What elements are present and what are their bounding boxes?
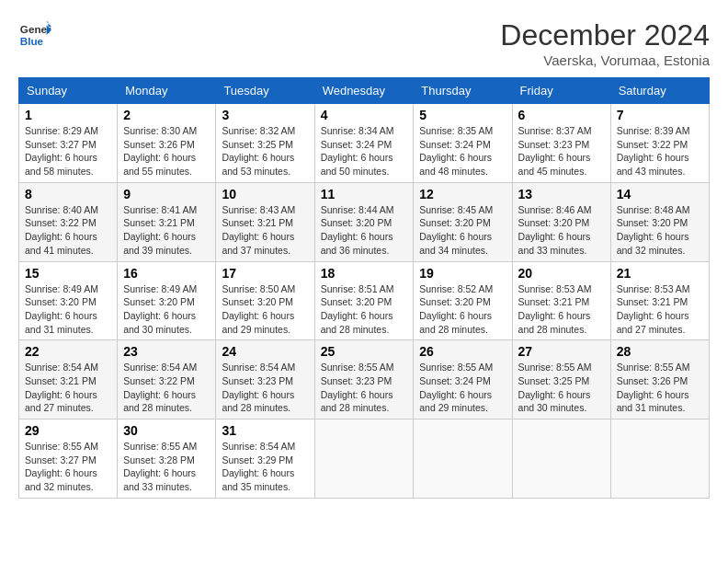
day-info: Sunrise: 8:55 AM Sunset: 3:24 PM Dayligh… [419,361,506,415]
calendar-cell: 27Sunrise: 8:55 AM Sunset: 3:25 PM Dayli… [512,340,610,419]
day-info: Sunrise: 8:40 AM Sunset: 3:22 PM Dayligh… [25,203,111,258]
day-info: Sunrise: 8:55 AM Sunset: 3:26 PM Dayligh… [617,361,703,415]
calendar-cell: 10Sunrise: 8:43 AM Sunset: 3:21 PM Dayli… [216,182,314,261]
calendar-cell: 26Sunrise: 8:55 AM Sunset: 3:24 PM Dayli… [414,340,512,419]
calendar-cell [314,419,414,499]
day-number: 10 [222,187,308,201]
day-number: 20 [518,266,605,281]
column-header-monday: Monday [118,78,216,104]
day-info: Sunrise: 8:52 AM Sunset: 3:20 PM Dayligh… [419,282,506,337]
calendar-cell: 9Sunrise: 8:41 AM Sunset: 3:21 PM Daylig… [118,182,216,261]
day-info: Sunrise: 8:54 AM Sunset: 3:22 PM Dayligh… [123,361,210,415]
day-number: 25 [321,344,408,359]
day-info: Sunrise: 8:39 AM Sunset: 3:22 PM Dayligh… [617,124,703,178]
calendar-cell [610,419,709,499]
calendar-cell: 19Sunrise: 8:52 AM Sunset: 3:20 PM Dayli… [414,261,512,340]
day-number: 28 [617,344,703,359]
day-number: 15 [25,266,111,281]
location-subtitle: Vaerska, Vorumaa, Estonia [500,52,710,68]
day-number: 18 [321,266,408,281]
day-info: Sunrise: 8:32 AM Sunset: 3:25 PM Dayligh… [222,124,308,178]
calendar-cell: 20Sunrise: 8:53 AM Sunset: 3:21 PM Dayli… [512,261,610,340]
day-number: 17 [222,266,308,281]
day-number: 30 [123,423,210,438]
calendar-cell: 13Sunrise: 8:46 AM Sunset: 3:20 PM Dayli… [512,182,610,261]
day-number: 23 [123,344,210,359]
calendar-cell: 23Sunrise: 8:54 AM Sunset: 3:22 PM Dayli… [118,340,216,419]
day-info: Sunrise: 8:49 AM Sunset: 3:20 PM Dayligh… [123,282,210,337]
calendar-cell [512,419,610,499]
day-number: 6 [518,108,605,122]
calendar-week-3: 15Sunrise: 8:49 AM Sunset: 3:20 PM Dayli… [19,261,710,340]
day-info: Sunrise: 8:35 AM Sunset: 3:24 PM Dayligh… [419,124,506,178]
day-info: Sunrise: 8:29 AM Sunset: 3:27 PM Dayligh… [25,124,111,178]
calendar-cell: 30Sunrise: 8:55 AM Sunset: 3:28 PM Dayli… [118,419,216,499]
day-info: Sunrise: 8:37 AM Sunset: 3:23 PM Dayligh… [518,124,605,178]
day-number: 24 [222,344,308,359]
calendar-cell: 25Sunrise: 8:55 AM Sunset: 3:23 PM Dayli… [314,340,414,419]
page-header: General Blue December 2024 Vaerska, Voru… [18,18,710,68]
day-info: Sunrise: 8:45 AM Sunset: 3:20 PM Dayligh… [419,203,506,258]
day-number: 19 [419,266,506,281]
column-header-thursday: Thursday [414,78,512,104]
calendar-cell: 15Sunrise: 8:49 AM Sunset: 3:20 PM Dayli… [19,261,118,340]
column-header-wednesday: Wednesday [314,78,414,104]
day-info: Sunrise: 8:55 AM Sunset: 3:23 PM Dayligh… [321,361,408,415]
day-info: Sunrise: 8:55 AM Sunset: 3:28 PM Dayligh… [123,440,210,494]
calendar-cell: 3Sunrise: 8:32 AM Sunset: 3:25 PM Daylig… [216,104,314,183]
calendar-cell: 28Sunrise: 8:55 AM Sunset: 3:26 PM Dayli… [610,340,709,419]
calendar-week-2: 8Sunrise: 8:40 AM Sunset: 3:22 PM Daylig… [19,182,710,261]
calendar-cell: 31Sunrise: 8:54 AM Sunset: 3:29 PM Dayli… [216,419,314,499]
day-info: Sunrise: 8:53 AM Sunset: 3:21 PM Dayligh… [617,282,703,337]
day-number: 4 [321,108,408,122]
day-number: 29 [25,423,111,438]
logo: General Blue [18,18,51,52]
day-info: Sunrise: 8:41 AM Sunset: 3:21 PM Dayligh… [123,203,210,258]
day-number: 8 [25,187,111,201]
day-info: Sunrise: 8:54 AM Sunset: 3:29 PM Dayligh… [222,440,308,494]
calendar-week-5: 29Sunrise: 8:55 AM Sunset: 3:27 PM Dayli… [19,419,710,499]
month-title: December 2024 [500,18,710,52]
calendar-week-4: 22Sunrise: 8:54 AM Sunset: 3:21 PM Dayli… [19,340,710,419]
day-number: 3 [222,108,308,122]
calendar-cell: 16Sunrise: 8:49 AM Sunset: 3:20 PM Dayli… [118,261,216,340]
calendar-cell: 22Sunrise: 8:54 AM Sunset: 3:21 PM Dayli… [19,340,118,419]
day-info: Sunrise: 8:49 AM Sunset: 3:20 PM Dayligh… [25,282,111,337]
day-number: 12 [419,187,506,201]
day-info: Sunrise: 8:54 AM Sunset: 3:23 PM Dayligh… [222,361,308,415]
calendar-table: SundayMondayTuesdayWednesdayThursdayFrid… [18,77,710,499]
calendar-cell: 5Sunrise: 8:35 AM Sunset: 3:24 PM Daylig… [414,104,512,183]
calendar-cell [414,419,512,499]
day-info: Sunrise: 8:55 AM Sunset: 3:25 PM Dayligh… [518,361,605,415]
calendar-cell: 2Sunrise: 8:30 AM Sunset: 3:26 PM Daylig… [118,104,216,183]
calendar-cell: 24Sunrise: 8:54 AM Sunset: 3:23 PM Dayli… [216,340,314,419]
title-block: December 2024 Vaerska, Vorumaa, Estonia [500,18,710,68]
day-info: Sunrise: 8:53 AM Sunset: 3:21 PM Dayligh… [518,282,605,337]
day-info: Sunrise: 8:51 AM Sunset: 3:20 PM Dayligh… [321,282,408,337]
calendar-cell: 11Sunrise: 8:44 AM Sunset: 3:20 PM Dayli… [314,182,414,261]
day-info: Sunrise: 8:54 AM Sunset: 3:21 PM Dayligh… [25,361,111,415]
calendar-cell: 1Sunrise: 8:29 AM Sunset: 3:27 PM Daylig… [19,104,118,183]
column-header-friday: Friday [512,78,610,104]
day-info: Sunrise: 8:43 AM Sunset: 3:21 PM Dayligh… [222,203,308,258]
day-info: Sunrise: 8:44 AM Sunset: 3:20 PM Dayligh… [321,203,408,258]
calendar-cell: 14Sunrise: 8:48 AM Sunset: 3:20 PM Dayli… [610,182,709,261]
day-info: Sunrise: 8:50 AM Sunset: 3:20 PM Dayligh… [222,282,308,337]
day-info: Sunrise: 8:55 AM Sunset: 3:27 PM Dayligh… [25,440,111,494]
logo-icon: General Blue [18,18,51,52]
day-number: 1 [25,108,111,122]
column-header-sunday: Sunday [19,78,118,104]
calendar-cell: 6Sunrise: 8:37 AM Sunset: 3:23 PM Daylig… [512,104,610,183]
day-number: 27 [518,344,605,359]
day-number: 31 [222,423,308,438]
day-number: 22 [25,344,111,359]
calendar-cell: 7Sunrise: 8:39 AM Sunset: 3:22 PM Daylig… [610,104,709,183]
calendar-cell: 8Sunrise: 8:40 AM Sunset: 3:22 PM Daylig… [19,182,118,261]
day-number: 5 [419,108,506,122]
calendar-cell: 21Sunrise: 8:53 AM Sunset: 3:21 PM Dayli… [610,261,709,340]
day-info: Sunrise: 8:48 AM Sunset: 3:20 PM Dayligh… [617,203,703,258]
day-info: Sunrise: 8:46 AM Sunset: 3:20 PM Dayligh… [518,203,605,258]
day-number: 16 [123,266,210,281]
calendar-cell: 18Sunrise: 8:51 AM Sunset: 3:20 PM Dayli… [314,261,414,340]
calendar-cell: 4Sunrise: 8:34 AM Sunset: 3:24 PM Daylig… [314,104,414,183]
